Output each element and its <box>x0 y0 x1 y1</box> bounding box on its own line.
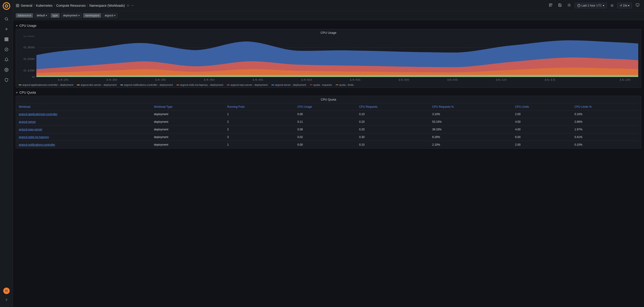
save-btn[interactable] <box>556 2 564 9</box>
table-cell: 2.66% <box>572 118 641 126</box>
zoom-out-btn[interactable]: ⊖ <box>609 2 615 9</box>
workload-name-cell[interactable]: argocd-repo-server <box>16 126 151 133</box>
table-cell: 0.00 <box>295 111 356 118</box>
svg-line-5 <box>7 20 8 20</box>
datasource-filter[interactable]: default ▾ <box>34 13 49 18</box>
svg-text:15:20: 15:20 <box>620 79 630 81</box>
explore-icon-btn[interactable] <box>2 45 11 54</box>
table-cell: deployment <box>151 133 224 141</box>
dashboards-icon-btn[interactable] <box>2 35 11 44</box>
grafana-logo[interactable] <box>2 2 11 10</box>
type-filter[interactable]: deployment ▾ <box>61 13 82 18</box>
svg-rect-11 <box>7 40 8 41</box>
settings-icon-btn[interactable] <box>2 65 11 75</box>
table-row: argocd-notifications-controllerdeploymen… <box>16 141 641 149</box>
svg-text:0.400: 0.400 <box>24 36 35 38</box>
workload-name-cell[interactable]: argocd-applicationset-controller <box>16 111 151 118</box>
legend-notifications[interactable]: argocd-notifications-controller - deploy… <box>120 84 173 86</box>
svg-rect-26 <box>636 4 639 6</box>
breadcrumb-kubernetes[interactable]: Kubernetes <box>36 4 53 8</box>
svg-text:0: 0 <box>32 76 35 78</box>
col-cpu-requests[interactable]: CPU Requests <box>356 103 430 111</box>
table-cell: 1.97% <box>572 126 641 133</box>
svg-text:0.300: 0.300 <box>24 46 35 49</box>
main-content: General / Kubernetes / Compute Resources… <box>13 0 644 307</box>
table-cell: 0.10 <box>356 141 430 149</box>
svg-point-4 <box>5 18 8 20</box>
col-cpu-usage[interactable]: CPU Usage <box>295 103 356 111</box>
namespace-filter[interactable]: argocd ▾ <box>102 13 118 18</box>
svg-text:14:45: 14:45 <box>252 79 263 81</box>
col-cpu-limits-pct[interactable]: CPU Limits % <box>572 103 641 111</box>
svg-text:15:15: 15:15 <box>544 79 555 81</box>
cpu-quota-table: Workload Workload Type Running Pods CPU … <box>16 103 641 148</box>
tv-mode-btn[interactable] <box>634 2 641 9</box>
col-cpu-limits[interactable]: CPU Limits <box>512 103 572 111</box>
table-row: argocd-serverdeployment20.110.2053.15%4.… <box>16 118 641 126</box>
type-label: type <box>50 13 60 18</box>
col-workload-type[interactable]: Workload Type <box>151 103 224 111</box>
content-area: ▼ CPU Usage CPU Usage 0.400 0.300 0.200 … <box>13 20 644 307</box>
help-icon-btn[interactable]: ? <box>2 295 11 305</box>
svg-rect-10 <box>5 40 6 41</box>
legend-dex-server[interactable]: argocd-dex-server - deployment <box>77 84 117 86</box>
time-range-btn[interactable]: Last 1 hour UTC ▾ <box>575 3 607 8</box>
cpu-usage-chart[interactable]: 0.400 0.300 0.200 0.100 0 <box>19 36 638 82</box>
col-workload[interactable]: Workload <box>16 103 151 111</box>
svg-text:14:55: 14:55 <box>350 79 360 81</box>
table-cell: 0.16% <box>572 111 641 118</box>
shield-icon-btn[interactable] <box>2 75 11 85</box>
workload-name-cell[interactable]: argocd-notifications-controller <box>16 141 151 149</box>
legend-redis-haproxy[interactable]: argocd-redis-ha-haproxy - deployment <box>176 84 223 86</box>
settings-btn-top[interactable] <box>566 2 573 9</box>
cpu-quota-section-header[interactable]: ▼ CPU Quota <box>16 91 641 94</box>
avatar[interactable]: H <box>3 287 10 294</box>
datasource-label: datasource <box>16 13 33 18</box>
col-running-pods[interactable]: Running Pods <box>224 103 295 111</box>
table-cell: 53.15% <box>430 118 512 126</box>
add-panel-btn-top[interactable] <box>547 2 554 9</box>
cpu-usage-chevron: ▼ <box>16 25 18 27</box>
workload-name-cell[interactable]: argocd-server <box>16 118 151 126</box>
cpu-usage-chart-title: CPU Usage <box>19 31 638 35</box>
share-icon[interactable]: ⋯ <box>131 4 134 8</box>
cpu-quota-title: CPU Quota <box>20 91 36 94</box>
cpu-quota-table-title: CPU Quota <box>16 96 641 103</box>
table-cell: 1 <box>224 141 295 149</box>
topbar: General / Kubernetes / Compute Resources… <box>13 0 644 11</box>
legend-applicationset[interactable]: argocd-applicationset-controller - deplo… <box>19 84 73 86</box>
cpu-usage-title: CPU Usage <box>20 24 36 28</box>
table-cell: 2.10% <box>430 141 512 149</box>
sidebar-bottom: H ? <box>2 287 11 305</box>
alerts-icon-btn[interactable] <box>2 55 11 64</box>
table-cell: deployment <box>151 141 224 149</box>
breadcrumb-general[interactable]: General <box>21 4 32 8</box>
search-icon-btn[interactable] <box>2 14 11 24</box>
star-icon[interactable]: ☆ <box>126 3 130 8</box>
svg-text:14:30: 14:30 <box>106 79 117 81</box>
legend-repo-server[interactable]: argocd-repo-server - deployment <box>227 84 268 86</box>
legend-server[interactable]: argocd-server - deployment <box>272 84 306 86</box>
workload-name-cell[interactable]: argocd-redis-ha-haproxy <box>16 133 151 141</box>
table-cell: 4.00 <box>512 126 572 133</box>
svg-text:14:25: 14:25 <box>58 79 68 81</box>
breadcrumb-compute[interactable]: Compute Resources <box>56 4 86 8</box>
table-cell: 0.30 <box>356 133 430 141</box>
table-cell: 0.20 <box>356 126 430 133</box>
svg-text:15:00: 15:00 <box>398 79 409 81</box>
table-row: argocd-applicationset-controllerdeployme… <box>16 111 641 118</box>
svg-point-14 <box>6 69 7 71</box>
svg-rect-18 <box>18 6 19 7</box>
refresh-btn[interactable]: ↺ 10s ▾ <box>617 3 632 8</box>
legend-quota-requests[interactable]: quota - requests <box>310 84 332 86</box>
col-cpu-requests-pct[interactable]: CPU Requests % <box>430 103 512 111</box>
table-cell: 2 <box>224 118 295 126</box>
sidebar: H ? <box>0 0 13 307</box>
breadcrumb-namespace[interactable]: Namespace (Workloads) <box>90 4 125 8</box>
add-panel-btn[interactable] <box>2 25 11 34</box>
legend-quota-limits[interactable]: quota - limits <box>336 84 354 86</box>
table-cell: 0.20 <box>356 118 430 126</box>
cpu-usage-section-header[interactable]: ▼ CPU Usage <box>16 24 641 28</box>
table-cell: 8.28% <box>430 133 512 141</box>
table-cell: 2 <box>224 126 295 133</box>
